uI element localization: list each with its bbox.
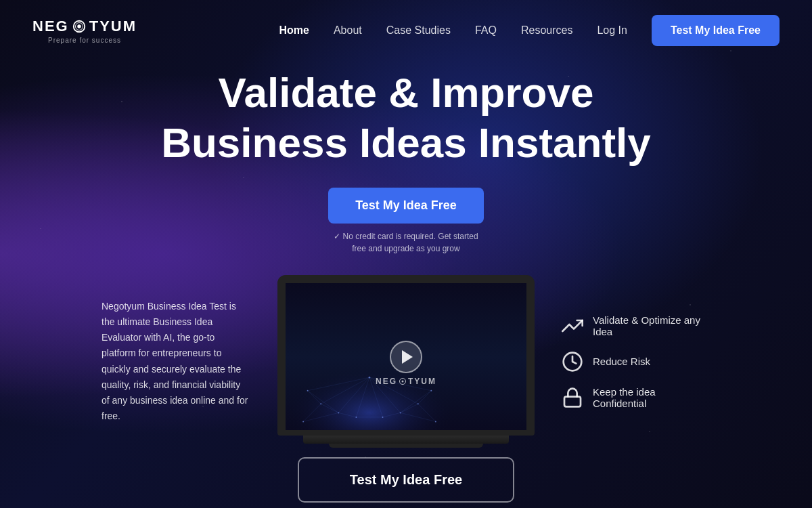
description-block: Negotyum Business Idea Test is the ultim…	[102, 299, 250, 424]
svg-point-27	[338, 412, 339, 413]
laptop-mockup: NEG TYUM	[277, 275, 535, 448]
hero-cta-button[interactable]: Test My Idea Free	[328, 188, 484, 224]
svg-point-34	[307, 390, 309, 391]
trending-up-icon	[562, 315, 583, 337]
nav-link-about[interactable]: About	[334, 24, 362, 37]
laptop-logo: NEG TYUM	[376, 377, 436, 386]
lock-icon	[562, 387, 583, 408]
nav-link-faq[interactable]: FAQ	[475, 24, 497, 37]
feature-reduce-risk: Reduce Risk	[562, 351, 710, 373]
laptop-screen: NEG TYUM	[277, 275, 535, 436]
hero-subtitle: ✓ No credit card is required. Get starte…	[334, 230, 478, 255]
main-content: Validate & Improve Business Ideas Instan…	[0, 61, 812, 508]
nav-link-login[interactable]: Log In	[597, 24, 627, 37]
logo-text-part2: TYUM	[89, 18, 137, 35]
description-text: Negotyum Business Idea Test is the ultim…	[102, 299, 250, 424]
svg-point-37	[402, 381, 404, 383]
logo[interactable]: NEG TYUM Prepare for success	[32, 18, 137, 44]
nav-link-home[interactable]: Home	[279, 24, 309, 37]
laptop-base	[303, 436, 509, 444]
feature-validate: Validate & Optimize any Idea	[562, 314, 710, 337]
hero-cta-section: Test My Idea Free ✓ No credit card is re…	[328, 188, 484, 255]
features-list: Validate & Optimize any Idea Reduce Risk…	[562, 314, 710, 409]
laptop-logo-text-part2: TYUM	[408, 377, 436, 386]
svg-point-29	[382, 417, 384, 418]
laptop-stand	[329, 444, 483, 448]
hero-subtitle-line1: ✓ No credit card is required. Get starte…	[334, 230, 478, 242]
hero-title: Validate & Improve Business Ideas Instan…	[161, 68, 651, 169]
svg-point-25	[369, 377, 371, 379]
content-row: Negotyum Business Idea Test is the ultim…	[0, 275, 812, 448]
svg-point-30	[400, 412, 401, 413]
bottom-cta-section: Test My Idea Free ✓ No credit card is re…	[284, 457, 528, 508]
nav: Home About Case Studies FAQ Resources Lo…	[279, 15, 780, 46]
logo-text-part1: NEG	[32, 18, 69, 35]
feature-reduce-risk-label: Reduce Risk	[593, 356, 650, 367]
svg-point-1	[77, 24, 81, 28]
feature-validate-label: Validate & Optimize any Idea	[593, 314, 710, 337]
svg-point-28	[355, 417, 357, 418]
svg-point-26	[320, 403, 321, 404]
hero-subtitle-line2: free and upgrade as you grow	[334, 242, 478, 255]
header: NEG TYUM Prepare for success Home About …	[0, 0, 812, 61]
svg-rect-39	[564, 396, 581, 406]
header-cta-button[interactable]: Test My Idea Free	[652, 15, 780, 46]
feature-confidential: Keep the idea Confidential	[562, 386, 710, 409]
hero-title-line1: Validate & Improve	[219, 69, 594, 116]
hero-title-line2: Business Ideas Instantly	[161, 119, 651, 166]
svg-point-32	[302, 421, 304, 422]
clock-icon	[562, 351, 583, 373]
nav-link-case-studies[interactable]: Case Studies	[386, 24, 451, 37]
laptop: NEG TYUM	[277, 275, 535, 448]
logo-icon	[72, 19, 87, 34]
svg-point-33	[435, 421, 436, 422]
laptop-logo-icon	[399, 377, 407, 385]
feature-confidential-label: Keep the idea Confidential	[593, 386, 710, 409]
logo-tagline: Prepare for success	[32, 37, 137, 44]
nav-link-resources[interactable]: Resources	[521, 24, 572, 37]
svg-point-35	[430, 390, 432, 391]
bottom-cta-button[interactable]: Test My Idea Free	[298, 457, 514, 503]
laptop-mesh-svg	[286, 342, 453, 431]
laptop-logo-text-part1: NEG	[376, 377, 397, 386]
svg-point-31	[418, 403, 419, 404]
play-button[interactable]	[390, 341, 422, 373]
